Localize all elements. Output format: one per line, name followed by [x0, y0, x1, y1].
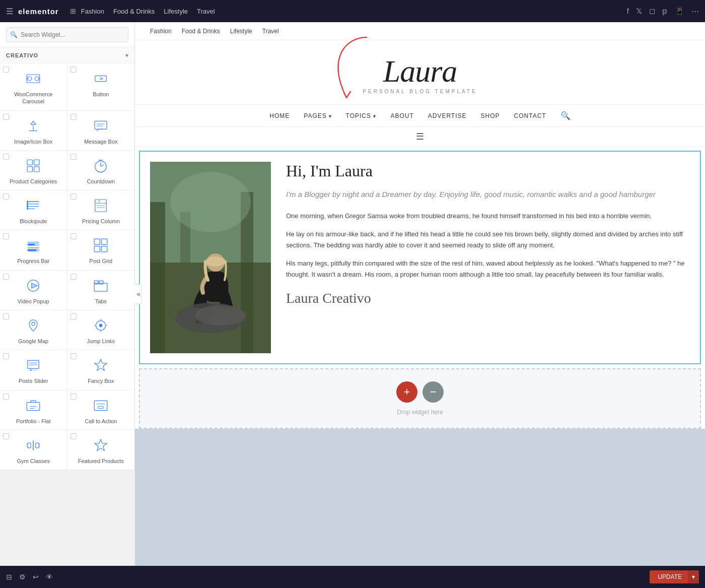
whatsapp-icon[interactable]: 📱: [675, 7, 684, 16]
widget-video-popup[interactable]: Video Popup: [0, 271, 67, 310]
collapse-sidebar-handle[interactable]: ◀: [134, 284, 142, 304]
top-nav-travel[interactable]: Travel: [197, 8, 215, 15]
blog-signature: Laura Creativo: [286, 290, 690, 306]
widget-message-box[interactable]: Message Box: [67, 111, 135, 151]
widget-featured-products[interactable]: Featured Products: [67, 430, 135, 470]
drop-zone-text: Drop widget here: [397, 409, 443, 416]
hamburger-icon[interactable]: ☰: [6, 7, 13, 16]
widgets-grid: WooCommerce Carousel Button: [0, 63, 134, 470]
settings-icon[interactable]: ⚙: [19, 573, 26, 581]
site-nav-topics[interactable]: TOPICS: [346, 112, 377, 119]
layers-icon[interactable]: ⊟: [6, 573, 12, 581]
widget-google-map[interactable]: Google Map: [0, 310, 67, 350]
site-nav-search-icon[interactable]: 🔍: [560, 111, 571, 120]
svg-rect-44: [99, 281, 103, 284]
widget-countdown[interactable]: Countdown: [67, 151, 135, 190]
svg-rect-71: [150, 202, 165, 353]
widget-pricing-column[interactable]: $ Pricing Column: [67, 190, 135, 230]
site-nav-contact[interactable]: CONTACT: [514, 112, 546, 119]
widget-checkbox[interactable]: [3, 353, 9, 359]
tabs-icon: [92, 277, 110, 295]
widget-checkbox[interactable]: [70, 353, 77, 359]
top-bar: ☰ elementor ⊞ Fashion Food & Drinks Life…: [0, 0, 705, 22]
widget-checkbox[interactable]: [3, 193, 9, 200]
widget-checkbox[interactable]: [70, 154, 77, 160]
site-nav-shop[interactable]: SHOP: [481, 112, 500, 119]
search-input[interactable]: [6, 27, 128, 42]
widget-checkbox[interactable]: [70, 433, 77, 439]
site-nav-lifestyle[interactable]: Lifestyle: [230, 28, 252, 35]
post-grid-icon: [92, 236, 110, 254]
widget-checkbox[interactable]: [3, 394, 9, 400]
grid-icon[interactable]: ⊞: [70, 7, 76, 15]
widget-checkbox[interactable]: [3, 274, 9, 280]
widget-checkbox[interactable]: [70, 67, 77, 73]
pinterest-icon[interactable]: 𝕡: [662, 7, 668, 16]
widget-progress-bar[interactable]: Progress Bar: [0, 230, 67, 270]
add-section-button[interactable]: +: [396, 381, 417, 403]
widget-checkbox[interactable]: [70, 114, 77, 120]
widget-posts-slider[interactable]: Posts Slider: [0, 350, 67, 390]
top-nav-food[interactable]: Food & Drinks: [113, 8, 155, 15]
widget-image-icon-box[interactable]: Image/Icon Box: [0, 111, 67, 151]
section-options-button[interactable]: −: [422, 381, 444, 403]
update-dropdown-arrow-icon[interactable]: ▾: [688, 570, 699, 583]
widget-checkbox[interactable]: [3, 67, 9, 73]
top-nav-fashion[interactable]: Fashion: [81, 8, 104, 15]
widget-checkbox[interactable]: [3, 233, 9, 239]
eye-icon[interactable]: 👁: [46, 573, 53, 581]
widget-post-grid[interactable]: Post Grid: [67, 230, 135, 270]
widget-product-categories[interactable]: Product Categories: [0, 151, 67, 190]
drop-zone: + − Drop widget here: [139, 368, 701, 429]
svg-rect-48: [28, 361, 39, 369]
widget-checkbox[interactable]: [3, 114, 9, 120]
site-nav-about[interactable]: ABOUT: [390, 112, 413, 119]
svg-point-78: [195, 305, 246, 325]
widget-checkbox[interactable]: [70, 233, 77, 239]
widget-blockquote[interactable]: Blockqoute: [0, 190, 67, 230]
svg-rect-0: [27, 75, 40, 83]
svg-rect-36: [94, 239, 100, 245]
widget-call-to-action[interactable]: Call to Action: [67, 390, 135, 430]
facebook-icon[interactable]: f: [627, 7, 629, 16]
widget-checkbox[interactable]: [3, 154, 9, 160]
widget-gym-classes[interactable]: Gym Classes: [0, 430, 67, 470]
widget-checkbox[interactable]: [70, 394, 77, 400]
widget-woocommerce-carousel[interactable]: WooCommerce Carousel: [0, 63, 67, 111]
hamburger-menu-icon[interactable]: ☰: [416, 132, 424, 142]
search-wrap: 🔍: [6, 27, 128, 42]
twitter-icon[interactable]: 𝕏: [636, 7, 642, 16]
featured-products-icon: [92, 436, 110, 454]
widget-button[interactable]: Button: [67, 63, 135, 111]
undo-icon[interactable]: ↩: [33, 573, 39, 581]
widget-portfolio-flat[interactable]: Portfolio - Flat: [0, 390, 67, 430]
widget-jump-links[interactable]: Jump Links: [67, 310, 135, 350]
message-box-icon: [92, 117, 110, 135]
site-nav-food[interactable]: Food & Drinks: [182, 28, 220, 35]
instagram-icon[interactable]: ◻: [649, 7, 655, 16]
svg-rect-62: [28, 443, 31, 448]
site-main-nav: HOME PAGES TOPICS ABOUT ADVERTISE SHOP C…: [135, 104, 705, 127]
site-nav-home[interactable]: HOME: [269, 112, 290, 119]
fancy-box-label: Fancy Box: [88, 377, 114, 384]
widget-fancy-box[interactable]: Fancy Box: [67, 350, 135, 390]
update-button[interactable]: UPDATE ▾: [650, 570, 699, 583]
widget-checkbox[interactable]: [70, 313, 77, 319]
widget-checkbox[interactable]: [70, 193, 77, 200]
site-nav-travel[interactable]: Travel: [262, 28, 279, 35]
svg-rect-58: [94, 401, 107, 410]
top-nav-lifestyle[interactable]: Lifestyle: [164, 8, 188, 15]
portfolio-flat-label: Portfolio - Flat: [16, 418, 50, 425]
site-top-nav: Fashion Food & Drinks Lifestyle Travel: [135, 22, 705, 40]
top-nav: Fashion Food & Drinks Lifestyle Travel: [76, 8, 627, 15]
widget-tabs[interactable]: Tabs: [67, 271, 135, 310]
widget-checkbox[interactable]: [3, 433, 9, 439]
site-nav-advertise[interactable]: ADVERTISE: [428, 112, 467, 119]
svg-point-47: [99, 324, 102, 327]
site-nav-fashion[interactable]: Fashion: [150, 28, 172, 35]
widget-checkbox[interactable]: [70, 274, 77, 280]
sidebar-category-header[interactable]: CREATIVO ▾: [0, 48, 134, 63]
site-nav-pages[interactable]: PAGES: [304, 112, 331, 119]
more-icon[interactable]: ⋯: [691, 7, 699, 16]
widget-checkbox[interactable]: [3, 313, 9, 319]
